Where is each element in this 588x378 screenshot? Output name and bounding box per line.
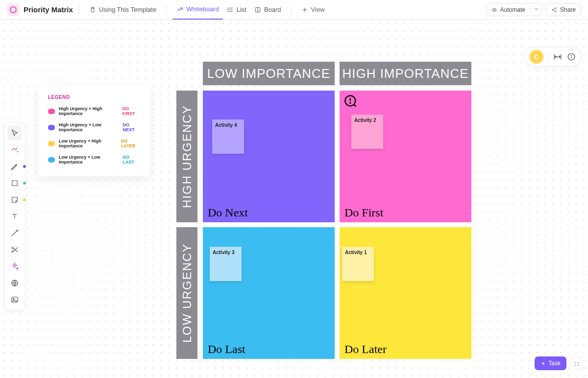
share-label: Share xyxy=(560,6,576,13)
tool-sticky[interactable] xyxy=(7,192,22,207)
top-bar: Priority Matrix Using This Template Whit… xyxy=(0,0,588,20)
logo-chip[interactable] xyxy=(7,3,20,16)
note-text: Activity 1 xyxy=(345,250,367,255)
sticky-note[interactable]: Activity 1 xyxy=(342,247,374,281)
tab-board[interactable]: Board xyxy=(250,0,285,20)
whiteboard-icon xyxy=(176,6,183,13)
image-icon xyxy=(10,295,19,304)
tool-select[interactable] xyxy=(7,126,22,141)
note-text: Activity 4 xyxy=(215,122,237,128)
apps-button[interactable] xyxy=(570,357,583,370)
tool-sparkle[interactable] xyxy=(7,259,22,274)
svg-point-39 xyxy=(575,365,576,366)
divider xyxy=(291,5,292,14)
scissors-icon xyxy=(10,245,19,254)
legend-text: Low Urgency + Low Importance xyxy=(59,155,119,165)
svg-point-5 xyxy=(227,9,228,10)
sticky-note[interactable]: Activity 4 xyxy=(212,119,244,154)
tab-using-template[interactable]: Using This Template xyxy=(85,0,160,20)
apps-icon xyxy=(573,360,580,367)
svg-rect-11 xyxy=(492,9,496,11)
svg-point-17 xyxy=(555,11,556,12)
board-icon xyxy=(254,6,261,13)
robot-icon xyxy=(491,7,497,13)
divider xyxy=(166,5,167,14)
quadrant-do-last[interactable]: Activity 3 Do Last xyxy=(203,227,335,359)
svg-point-4 xyxy=(227,7,228,8)
list-icon xyxy=(227,6,234,13)
top-right-controls: Automate Share xyxy=(486,3,581,16)
warning-icon xyxy=(344,94,358,110)
quadrant-label: Do Later xyxy=(344,343,387,356)
svg-point-22 xyxy=(12,251,13,252)
svg-point-13 xyxy=(495,10,495,10)
note-text: Activity 3 xyxy=(213,250,234,255)
tool-web[interactable] xyxy=(7,276,22,290)
col-header-high-importance: HIGH IMPORTANCE xyxy=(340,62,471,85)
tab-label: Whiteboard xyxy=(186,5,219,13)
svg-line-19 xyxy=(553,10,555,11)
connector-icon xyxy=(10,229,19,237)
legend-title: LEGEND xyxy=(48,94,140,100)
new-task-button[interactable]: Task xyxy=(535,356,566,370)
svg-line-18 xyxy=(553,8,555,10)
sticky-note[interactable]: Activity 3 xyxy=(210,247,242,281)
sticky-icon xyxy=(10,195,19,204)
tool-pen[interactable] xyxy=(7,159,22,174)
quadrant-label: Do Next xyxy=(208,206,248,219)
fit-width-button[interactable] xyxy=(553,52,562,61)
user-avatar[interactable]: C xyxy=(530,50,543,63)
sticky-note[interactable]: Activity 2 xyxy=(351,115,383,149)
tool-scissors[interactable] xyxy=(7,242,22,257)
quadrant-do-later[interactable]: Activity 1 Do Later xyxy=(340,227,471,359)
automate-button[interactable]: Automate xyxy=(486,3,542,16)
quadrant-label: Do First xyxy=(344,206,383,219)
legend-tag: DO LAST xyxy=(122,155,140,165)
legend-swatch xyxy=(48,109,55,114)
generate-icon xyxy=(10,145,19,154)
quadrant-do-first[interactable]: Activity 2 Do First xyxy=(340,91,471,222)
legend-text: High Urgency + Low Importance xyxy=(59,122,119,132)
tab-label: Board xyxy=(264,6,281,13)
sticky-color-dot xyxy=(23,198,26,201)
tool-generate[interactable] xyxy=(7,142,22,157)
legend-swatch xyxy=(48,157,55,163)
svg-point-6 xyxy=(227,11,228,11)
pen-icon xyxy=(10,162,19,171)
globe-icon xyxy=(10,279,19,287)
legend-tag: DO LATER xyxy=(121,139,140,148)
add-view-label: View xyxy=(311,6,325,13)
share-button[interactable]: Share xyxy=(546,3,581,16)
sparkle-icon xyxy=(10,262,19,271)
fit-width-icon xyxy=(553,52,562,61)
info-button[interactable] xyxy=(567,52,576,61)
quadrant-do-next[interactable]: Activity 4 Do Next xyxy=(203,91,335,222)
svg-point-25 xyxy=(13,298,14,299)
tool-text[interactable] xyxy=(7,209,22,224)
svg-point-40 xyxy=(578,365,579,366)
clipboard-icon xyxy=(89,6,96,13)
whiteboard-canvas[interactable]: C LEGEND High Urgency + High Importance … xyxy=(0,20,588,378)
divider xyxy=(79,5,79,14)
legend-swatch xyxy=(48,141,55,146)
row-header-high-urgency: HIGH URGENCY xyxy=(176,91,197,222)
svg-point-38 xyxy=(578,362,579,363)
text-icon xyxy=(10,212,19,221)
col-header-low-importance: LOW IMPORTANCE xyxy=(203,62,335,85)
tab-label: Using This Template xyxy=(99,6,156,13)
tab-whiteboard[interactable]: Whiteboard xyxy=(172,0,222,20)
info-icon xyxy=(567,52,576,61)
tab-label: List xyxy=(237,6,246,13)
tool-connector[interactable] xyxy=(7,226,22,240)
chevron-down-icon[interactable] xyxy=(530,6,539,13)
tool-image[interactable] xyxy=(7,292,22,307)
add-view-button[interactable]: View xyxy=(297,0,329,20)
tool-shape[interactable] xyxy=(7,176,22,190)
legend-swatch xyxy=(48,125,55,130)
legend-card[interactable]: LEGEND High Urgency + High Importance DO… xyxy=(38,86,150,176)
legend-tag: DO NEXT xyxy=(122,122,140,132)
shape-icon xyxy=(10,179,19,188)
tab-list[interactable]: List xyxy=(223,0,250,20)
svg-point-15 xyxy=(555,7,556,8)
svg-rect-20 xyxy=(12,181,18,186)
